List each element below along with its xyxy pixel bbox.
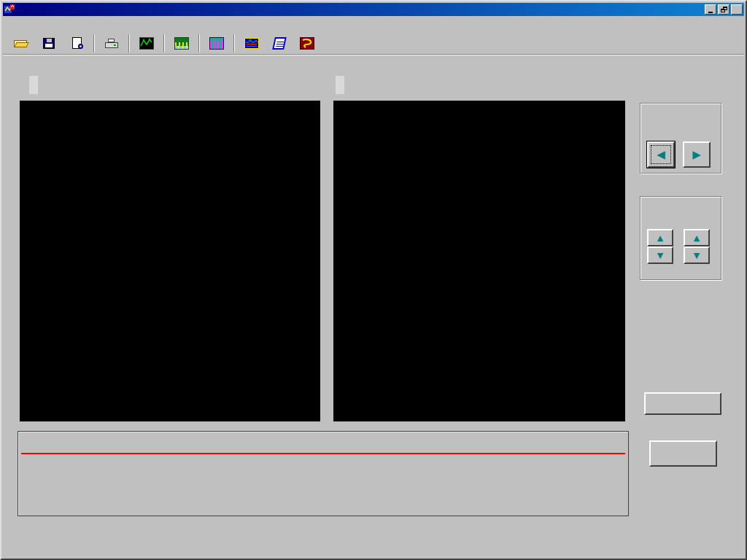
floppy-disk-icon xyxy=(43,38,55,49)
pre-meal-chart-panel xyxy=(20,101,320,421)
result-table-header xyxy=(18,433,628,453)
open-folder-icon xyxy=(14,38,28,48)
filter-low-spinner: ▲ ▼ xyxy=(647,229,673,264)
print-preview-button[interactable] xyxy=(64,34,89,53)
plot-color-button[interactable] xyxy=(649,440,717,467)
help-button[interactable] xyxy=(322,34,347,53)
up-arrow-icon: ▲ xyxy=(694,234,700,242)
toolbar xyxy=(3,32,744,55)
close-button[interactable] xyxy=(731,4,743,15)
table-row-pre-meal xyxy=(18,454,628,472)
print-button[interactable] xyxy=(99,34,124,53)
title-bar xyxy=(3,3,744,16)
open-file-button[interactable] xyxy=(9,34,34,53)
filter-low-down-button[interactable]: ▼ xyxy=(647,246,673,264)
table-row-power-ratio xyxy=(18,491,628,509)
report-button[interactable] xyxy=(267,34,292,53)
report-document-icon xyxy=(272,37,287,50)
filter-low-up-button[interactable]: ▲ xyxy=(647,229,673,246)
channel-next-button[interactable]: ▶ xyxy=(683,141,711,168)
egg-trace-button[interactable] xyxy=(239,34,264,53)
toolbar-separator xyxy=(198,34,200,52)
filter-select-groupbox: ▲ ▼ ▲ ▼ xyxy=(640,196,721,280)
toolbar-separator xyxy=(163,34,165,52)
post-meal-waterfall-canvas xyxy=(333,101,625,421)
app-icon xyxy=(4,4,15,15)
minimize-icon xyxy=(708,12,713,13)
printer-icon xyxy=(105,39,118,48)
magenta-bars-icon xyxy=(209,37,224,50)
down-arrow-icon: ▼ xyxy=(694,252,700,260)
right-arrow-icon: ▶ xyxy=(692,149,701,160)
organ-view-button[interactable] xyxy=(295,34,320,53)
down-arrow-icon: ▼ xyxy=(657,252,663,260)
menu-item-function[interactable] xyxy=(3,23,16,26)
channel-prev-button[interactable]: ◀ xyxy=(647,141,675,168)
save-button[interactable] xyxy=(36,34,61,53)
filter-high-up-button[interactable]: ▲ xyxy=(684,229,710,246)
pre-meal-waterfall-canvas xyxy=(20,101,320,421)
pre-meal-chart-title xyxy=(29,76,38,94)
curve-view-button[interactable] xyxy=(134,34,159,53)
menu-item-window[interactable] xyxy=(16,23,29,26)
filter-high-down-button[interactable]: ▼ xyxy=(684,246,710,264)
display-segment-button[interactable] xyxy=(644,392,721,415)
green-curve-icon xyxy=(139,37,154,50)
filter-high-spinner: ▲ ▼ xyxy=(684,229,710,264)
left-arrow-icon: ◀ xyxy=(657,149,665,160)
yellow-spectrum-icon xyxy=(174,37,189,50)
minimize-button[interactable] xyxy=(705,4,716,15)
table-row-post-meal xyxy=(18,472,628,491)
post-meal-chart-title xyxy=(336,76,344,94)
menu-bar xyxy=(3,17,744,31)
up-arrow-icon: ▲ xyxy=(657,234,663,242)
toolbar-separator xyxy=(128,34,130,52)
restore-icon xyxy=(721,7,727,12)
print-preview-icon xyxy=(72,37,82,49)
toolbar-separator xyxy=(93,34,95,52)
spectrum-view-button[interactable] xyxy=(169,34,194,53)
restore-button[interactable] xyxy=(718,4,729,15)
organ-icon xyxy=(300,37,314,50)
bar-view-button[interactable] xyxy=(204,34,229,53)
app-window: ◀ ▶ ▲ ▼ ▲ ▼ xyxy=(0,0,747,560)
post-meal-chart-panel xyxy=(333,101,625,421)
egg-trace-icon xyxy=(244,38,259,49)
channel-select-groupbox: ◀ ▶ xyxy=(640,103,721,174)
result-table xyxy=(18,431,629,516)
toolbar-separator xyxy=(233,34,235,52)
